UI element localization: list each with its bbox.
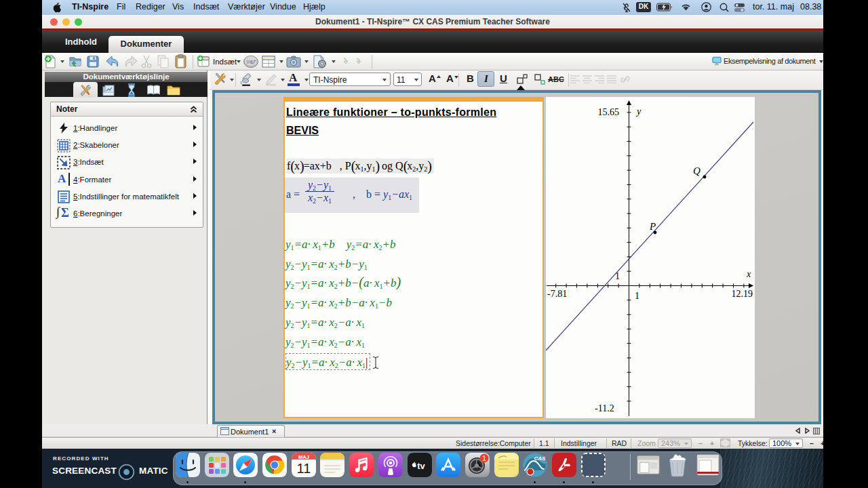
svg-text:Q: Q (693, 165, 701, 176)
svg-text:CAS: CAS (534, 455, 547, 462)
svg-text:var: var (246, 58, 256, 65)
svg-text:12.19: 12.19 (732, 289, 753, 299)
svg-text:1: 1 (482, 455, 486, 462)
svg-text:MAJ: MAJ (298, 454, 309, 460)
svg-text:-7.81: -7.81 (547, 289, 567, 299)
svg-text:1: 1 (635, 291, 639, 301)
svg-text:15.65: 15.65 (598, 107, 620, 117)
svg-text:P: P (649, 221, 656, 232)
svg-text:1: 1 (615, 271, 620, 281)
svg-text:11: 11 (297, 461, 311, 476)
svg-text:x: x (746, 269, 751, 279)
svg-text:y: y (635, 106, 642, 117)
svg-text:tv: tv (417, 461, 425, 471)
svg-text:-11.2: -11.2 (595, 403, 614, 413)
